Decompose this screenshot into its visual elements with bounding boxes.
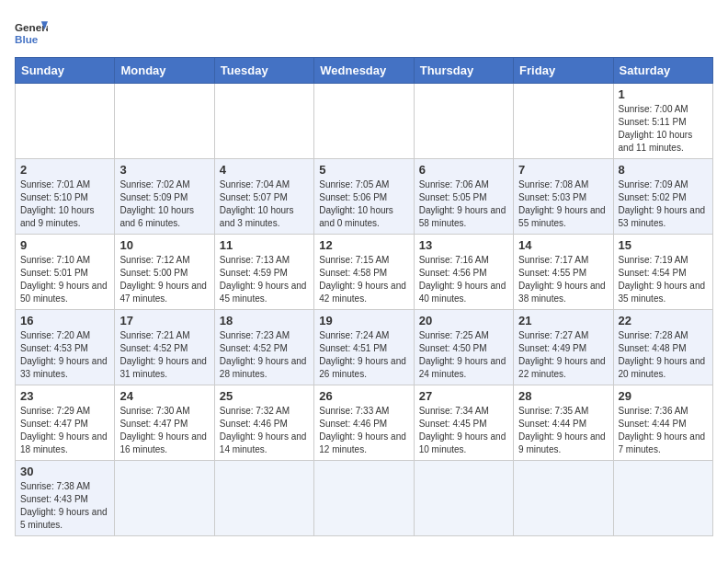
calendar-cell: 13Sunrise: 7:16 AM Sunset: 4:56 PM Dayli… [414,235,513,310]
calendar-cell: 24Sunrise: 7:30 AM Sunset: 4:47 PM Dayli… [115,385,214,461]
calendar-cell: 17Sunrise: 7:21 AM Sunset: 4:52 PM Dayli… [115,310,214,385]
weekday-header-row: SundayMondayTuesdayWednesdayThursdayFrid… [16,58,713,84]
calendar-cell: 14Sunrise: 7:17 AM Sunset: 4:55 PM Dayli… [514,235,613,310]
calendar-cell: 25Sunrise: 7:32 AM Sunset: 4:46 PM Dayli… [214,385,313,461]
day-info: Sunrise: 7:13 AM Sunset: 4:59 PM Dayligh… [220,254,309,305]
weekday-header-wednesday: Wednesday [314,58,414,84]
calendar-cell: 12Sunrise: 7:15 AM Sunset: 4:58 PM Dayli… [314,235,414,310]
day-info: Sunrise: 7:05 AM Sunset: 5:06 PM Dayligh… [319,178,408,230]
weekday-header-thursday: Thursday [414,58,513,84]
day-number: 17 [119,314,209,327]
calendar-cell [115,461,214,536]
day-info: Sunrise: 7:32 AM Sunset: 4:46 PM Dayligh… [220,405,309,456]
day-number: 11 [220,238,309,252]
weekday-header-monday: Monday [115,58,214,84]
day-number: 10 [119,238,209,252]
calendar-cell: 21Sunrise: 7:27 AM Sunset: 4:49 PM Dayli… [514,310,613,385]
weekday-header-friday: Friday [514,58,613,84]
day-info: Sunrise: 7:06 AM Sunset: 5:05 PM Dayligh… [419,178,508,230]
day-number: 27 [419,389,508,403]
day-info: Sunrise: 7:33 AM Sunset: 4:46 PM Dayligh… [319,405,408,456]
calendar-cell: 10Sunrise: 7:12 AM Sunset: 5:00 PM Dayli… [115,235,214,310]
day-info: Sunrise: 7:35 AM Sunset: 4:44 PM Dayligh… [518,405,608,456]
day-number: 29 [619,389,708,403]
calendar-cell: 19Sunrise: 7:24 AM Sunset: 4:51 PM Dayli… [314,310,414,385]
day-info: Sunrise: 7:24 AM Sunset: 4:51 PM Dayligh… [319,329,408,381]
calendar-cell: 16Sunrise: 7:20 AM Sunset: 4:53 PM Dayli… [16,310,115,385]
day-number: 21 [518,314,608,327]
calendar-cell: 28Sunrise: 7:35 AM Sunset: 4:44 PM Dayli… [514,385,613,461]
calendar-cell: 6Sunrise: 7:06 AM Sunset: 5:05 PM Daylig… [414,159,513,235]
day-number: 8 [619,163,708,177]
calendar-cell: 18Sunrise: 7:23 AM Sunset: 4:52 PM Dayli… [214,310,313,385]
calendar-cell: 15Sunrise: 7:19 AM Sunset: 4:54 PM Dayli… [613,235,712,310]
calendar-table: SundayMondayTuesdayWednesdayThursdayFrid… [15,57,713,536]
day-number: 4 [220,163,309,177]
day-number: 14 [518,238,608,252]
day-info: Sunrise: 7:08 AM Sunset: 5:03 PM Dayligh… [518,178,608,230]
calendar-cell: 2Sunrise: 7:01 AM Sunset: 5:10 PM Daylig… [16,159,115,235]
weekday-header-sunday: Sunday [16,58,115,84]
day-info: Sunrise: 7:19 AM Sunset: 4:54 PM Dayligh… [619,254,708,305]
day-number: 18 [220,314,309,327]
generalblue-logo-icon: General Blue [15,15,48,48]
calendar-week-0: 1Sunrise: 7:00 AM Sunset: 5:11 PM Daylig… [16,84,713,159]
calendar-cell [314,461,414,536]
weekday-header-tuesday: Tuesday [214,58,313,84]
header: General Blue [15,15,713,48]
calendar-cell: 29Sunrise: 7:36 AM Sunset: 4:44 PM Dayli… [613,385,712,461]
calendar-cell: 1Sunrise: 7:00 AM Sunset: 5:11 PM Daylig… [613,84,712,159]
logo: General Blue [15,15,51,48]
day-info: Sunrise: 7:38 AM Sunset: 4:43 PM Dayligh… [20,480,109,532]
day-number: 12 [319,238,408,252]
day-number: 13 [419,238,508,252]
calendar-cell [115,84,214,159]
calendar-cell: 30Sunrise: 7:38 AM Sunset: 4:43 PM Dayli… [16,461,115,536]
calendar-cell [514,461,613,536]
calendar-week-4: 23Sunrise: 7:29 AM Sunset: 4:47 PM Dayli… [16,385,713,461]
day-number: 23 [20,389,109,403]
day-number: 3 [119,163,209,177]
day-number: 24 [119,389,209,403]
day-number: 16 [20,314,109,327]
day-info: Sunrise: 7:04 AM Sunset: 5:07 PM Dayligh… [220,178,309,230]
calendar-cell [613,461,712,536]
calendar-cell: 20Sunrise: 7:25 AM Sunset: 4:50 PM Dayli… [414,310,513,385]
day-info: Sunrise: 7:10 AM Sunset: 5:01 PM Dayligh… [20,254,109,305]
calendar-cell [514,84,613,159]
day-info: Sunrise: 7:23 AM Sunset: 4:52 PM Dayligh… [220,329,309,381]
day-info: Sunrise: 7:12 AM Sunset: 5:00 PM Dayligh… [119,254,209,305]
calendar-week-1: 2Sunrise: 7:01 AM Sunset: 5:10 PM Daylig… [16,159,713,235]
day-number: 5 [319,163,408,177]
day-info: Sunrise: 7:17 AM Sunset: 4:55 PM Dayligh… [518,254,608,305]
svg-text:Blue: Blue [15,33,39,45]
day-number: 15 [619,238,708,252]
day-info: Sunrise: 7:00 AM Sunset: 5:11 PM Dayligh… [619,103,708,155]
day-number: 7 [518,163,608,177]
day-number: 19 [319,314,408,327]
calendar-week-3: 16Sunrise: 7:20 AM Sunset: 4:53 PM Dayli… [16,310,713,385]
day-info: Sunrise: 7:27 AM Sunset: 4:49 PM Dayligh… [518,329,608,381]
day-number: 6 [419,163,508,177]
calendar-cell: 7Sunrise: 7:08 AM Sunset: 5:03 PM Daylig… [514,159,613,235]
day-number: 22 [619,314,708,327]
day-info: Sunrise: 7:36 AM Sunset: 4:44 PM Dayligh… [619,405,708,456]
day-info: Sunrise: 7:30 AM Sunset: 4:47 PM Dayligh… [119,405,209,456]
calendar-cell: 3Sunrise: 7:02 AM Sunset: 5:09 PM Daylig… [115,159,214,235]
calendar-cell: 26Sunrise: 7:33 AM Sunset: 4:46 PM Dayli… [314,385,414,461]
calendar-cell [414,461,513,536]
calendar-cell [214,461,313,536]
day-info: Sunrise: 7:09 AM Sunset: 5:02 PM Dayligh… [619,178,708,230]
day-number: 1 [619,87,708,101]
day-info: Sunrise: 7:21 AM Sunset: 4:52 PM Dayligh… [119,329,209,381]
calendar-week-2: 9Sunrise: 7:10 AM Sunset: 5:01 PM Daylig… [16,235,713,310]
day-number: 20 [419,314,508,327]
weekday-header-saturday: Saturday [613,58,712,84]
day-info: Sunrise: 7:28 AM Sunset: 4:48 PM Dayligh… [619,329,708,381]
calendar-cell: 11Sunrise: 7:13 AM Sunset: 4:59 PM Dayli… [214,235,313,310]
day-info: Sunrise: 7:01 AM Sunset: 5:10 PM Dayligh… [20,178,109,230]
day-info: Sunrise: 7:29 AM Sunset: 4:47 PM Dayligh… [20,405,109,456]
calendar-cell: 23Sunrise: 7:29 AM Sunset: 4:47 PM Dayli… [16,385,115,461]
day-number: 2 [20,163,109,177]
day-info: Sunrise: 7:20 AM Sunset: 4:53 PM Dayligh… [20,329,109,381]
